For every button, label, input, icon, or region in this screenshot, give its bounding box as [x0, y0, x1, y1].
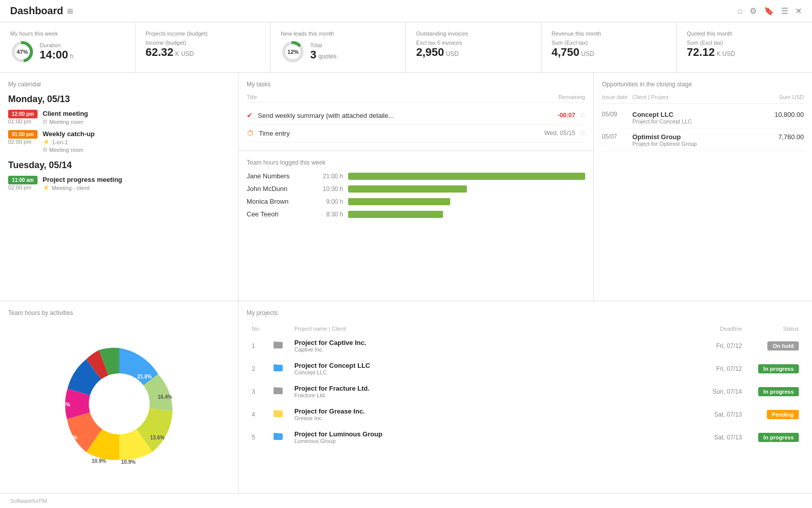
svg-rect-23: [274, 410, 277, 411]
home-icon[interactable]: ⌂: [737, 7, 742, 16]
opps-title: Opportunities in the closing stage: [602, 81, 804, 88]
header: Dashboard ⊞ ⌂ ⚙ 🔖 ☰ ✕: [0, 0, 812, 22]
proj-client: Fracture Ltd.: [294, 392, 680, 398]
app-container: Dashboard ⊞ ⌂ ⚙ 🔖 ☰ ✕ My hours this week…: [0, 0, 812, 508]
proj-name: Project for Luminous Group: [294, 430, 680, 438]
team-hours-section: Team hours logged this week Jane Numbers…: [239, 151, 593, 231]
proj-name: Project for Fracture Ltd.: [294, 385, 680, 392]
tasks-title: My tasks: [247, 81, 585, 88]
pie-container: 21.8% 16.4% 13.6% 10.9% 10.9% 7.3% 7.3%: [8, 323, 230, 485]
proj-deadline: Fri, 07/12: [685, 335, 746, 357]
proj-deadline: Fri, 07/12: [685, 358, 746, 379]
status-badge: In progress: [758, 364, 799, 373]
footer-text: SoftwareforPM: [10, 498, 47, 504]
cal-event-1: 12:00 pm 01:00 pm Client meeting ⊙ Meeti…: [8, 110, 230, 125]
project-row-2[interactable]: 3 Project for Fracture Ltd. Fracture Ltd…: [248, 380, 803, 402]
dashboard-title: Dashboard: [10, 5, 63, 17]
svg-rect-14: [274, 341, 277, 343]
project-row-3[interactable]: 4 Project for Grease Inc. Grease Inc. Sa…: [248, 403, 803, 425]
leads-donut-pct: 12%: [287, 49, 298, 55]
stat-new-leads: New leads this month 12% Total 3 quotes: [270, 22, 406, 72]
task-row-1[interactable]: ✔ Send weekly summary (with attached det…: [247, 107, 585, 124]
task-timer-icon: ⏱: [247, 129, 254, 137]
middle-panel: My tasks Title Remaining ✔ Send weekly s…: [239, 73, 594, 301]
header-title: Dashboard ⊞: [10, 5, 73, 17]
donut-pct: 47%: [17, 49, 28, 55]
footer: SoftwareforPM: [0, 493, 812, 508]
stat-hours-label: My hours this week: [10, 30, 125, 37]
main-content: My calendar Monday, 05/13 12:00 pm 01:00…: [0, 73, 812, 301]
event-time-badge: 12:00 pm: [8, 110, 38, 118]
projects-panel: My projects No. Project name | Client De…: [239, 301, 812, 493]
task-title-2: Time entry: [259, 130, 539, 137]
stat-revenue: Revenue this month Sum (Excl tax) 4,750 …: [542, 22, 677, 72]
proj-status-cell: Pending: [747, 403, 803, 425]
status-badge: In progress: [758, 433, 799, 442]
proj-status-cell: In progress: [747, 426, 803, 448]
stat-quoted: Quoted this month Sum (Excl tax) 72.12 K…: [676, 22, 812, 72]
proj-deadline: Sat, 07/13: [685, 403, 746, 425]
pie-chart-svg: 21.8% 16.4% 13.6% 10.9% 10.9% 7.3% 7.3%: [48, 333, 190, 475]
status-badge: In progress: [758, 387, 799, 396]
menu-icon[interactable]: ☰: [781, 6, 788, 16]
pie-panel: Team hours by activities: [0, 301, 239, 493]
proj-name: Project for Grease Inc.: [294, 407, 680, 415]
hours-sublabel: Duration: [40, 42, 74, 48]
svg-text:10.9%: 10.9%: [91, 458, 106, 464]
task-checkbox-1[interactable]: ○: [580, 111, 585, 120]
task-title-1: Send weekly summary (with attached detai…: [258, 112, 553, 119]
project-folder-icon: [273, 385, 283, 395]
svg-rect-20: [274, 387, 277, 389]
hours-value: 14:00: [40, 48, 68, 61]
team-bar-1: [348, 185, 467, 193]
proj-name: Project for Captive Inc.: [294, 339, 680, 346]
team-row-2: Monica Brown 9:00 h: [247, 198, 585, 205]
stats-row: My hours this week 47% Duration 14:00 h: [0, 22, 812, 73]
opp-row-1[interactable]: 05/07 Optimist Group Project for Optimis…: [602, 129, 804, 151]
svg-text:13.6%: 13.6%: [150, 435, 164, 440]
proj-name: Project for Concept LLC: [294, 362, 680, 369]
stat-projects-income: Projects income (budget) Income (budget)…: [136, 22, 271, 72]
svg-point-4: [89, 373, 150, 434]
project-folder-icon: [273, 362, 283, 372]
opportunities-panel: Opportunities in the closing stage Issue…: [594, 73, 812, 301]
svg-text:7.3%: 7.3%: [58, 402, 70, 407]
svg-text:21.8%: 21.8%: [137, 374, 151, 379]
task-remaining-1: -00:07: [558, 112, 576, 119]
task-row-2[interactable]: ⏱ Time entry Wed, 05/15 ○: [247, 124, 585, 142]
bookmark-icon[interactable]: 🔖: [764, 6, 774, 16]
team-bar-3: [348, 211, 443, 218]
team-hours-title: Team hours logged this week: [247, 159, 585, 166]
proj-client: Luminous Group: [294, 438, 680, 444]
grid-icon[interactable]: ⊞: [67, 7, 73, 15]
task-due-2: Wed, 05/15: [544, 130, 575, 137]
project-row-0[interactable]: 1 Project for Captive Inc. Captive Inc. …: [248, 335, 803, 357]
task-checkbox-2[interactable]: ○: [580, 129, 585, 138]
opp-row-0[interactable]: 05/09 Concept LLC Project for Concept LL…: [602, 107, 804, 129]
calendar-title: My calendar: [8, 81, 230, 88]
projects-tbody: 1 Project for Captive Inc. Captive Inc. …: [248, 335, 803, 448]
cal-event-2: 01:00 pm 02:00 pm Weekly catch-up ⚡ 1-on…: [8, 130, 230, 153]
bottom-row: Team hours by activities: [0, 301, 812, 493]
cal-tuesday: Tuesday, 05/14: [8, 160, 230, 171]
hours-unit: h: [70, 53, 74, 60]
project-row-1[interactable]: 2 Project for Concept LLC Concept LLC Fr…: [248, 358, 803, 379]
projects-header-row: No. Project name | Client Deadline Statu…: [248, 324, 803, 334]
close-icon[interactable]: ✕: [795, 6, 802, 16]
projects-title: My projects: [247, 309, 804, 316]
project-folder-icon: [273, 408, 283, 418]
task-check-icon: ✔: [247, 111, 253, 119]
settings-icon[interactable]: ⚙: [750, 6, 757, 16]
project-row-4[interactable]: 5 Project for Luminous Group Luminous Gr…: [248, 426, 803, 448]
team-row-0: Jane Numbers 21:00 h: [247, 172, 585, 180]
proj-status-cell: In progress: [747, 358, 803, 379]
leads-donut: 12%: [281, 40, 305, 64]
proj-client: Concept LLC: [294, 369, 680, 375]
pie-title: Team hours by activities: [8, 309, 230, 316]
cal-monday: Monday, 05/13: [8, 94, 230, 105]
team-bar-0: [348, 173, 585, 180]
header-icons: ⌂ ⚙ 🔖 ☰ ✕: [737, 6, 802, 16]
proj-deadline: Sat, 07/13: [685, 426, 746, 448]
proj-client: Grease Inc.: [294, 415, 680, 421]
stat-hours-main: 47% Duration 14:00 h: [10, 40, 125, 64]
